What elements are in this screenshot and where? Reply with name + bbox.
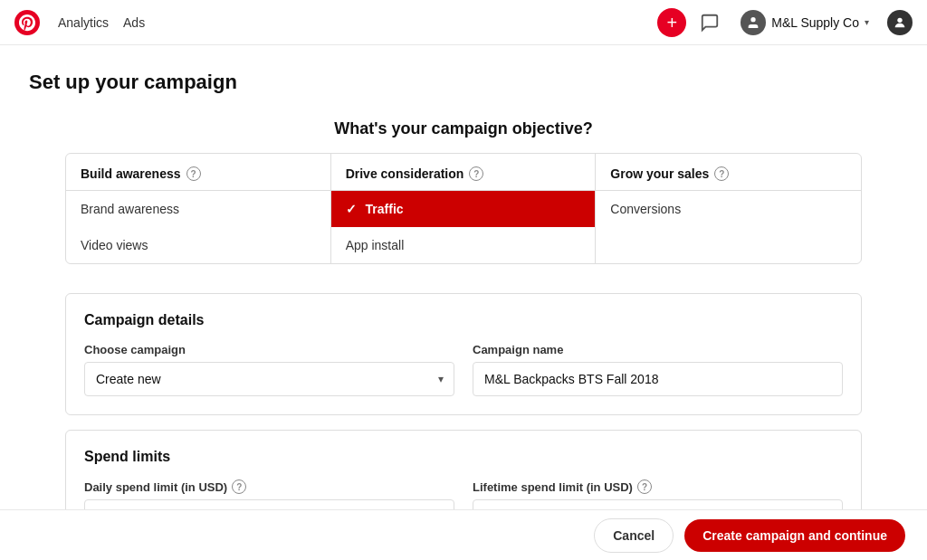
page-content: Set up your campaign What's your campaig… bbox=[0, 45, 927, 560]
choose-campaign-label: Choose campaign bbox=[84, 343, 454, 356]
analytics-nav-link[interactable]: Analytics bbox=[58, 12, 109, 33]
svg-point-1 bbox=[751, 17, 756, 22]
col-header-drive-consideration: Drive consideration ? bbox=[331, 154, 596, 191]
drive-consideration-help-icon[interactable]: ? bbox=[469, 166, 483, 181]
main-section: What's your campaign objective? Build aw… bbox=[65, 119, 862, 553]
spend-limits-title: Spend limits bbox=[84, 449, 843, 465]
daily-spend-label: Daily spend limit (in USD) ? bbox=[84, 479, 454, 494]
top-navigation: Analytics Ads + M&L Supply Co ▾ bbox=[0, 0, 927, 45]
col-header-grow-sales: Grow your sales ? bbox=[596, 154, 861, 191]
col-drive-consideration: Drive consideration ? ✓ Traffic App inst… bbox=[331, 154, 597, 263]
bottom-bar: Cancel Create campaign and continue bbox=[0, 509, 927, 560]
grow-sales-help-icon[interactable]: ? bbox=[714, 166, 729, 181]
objective-brand-awareness[interactable]: Brand awareness bbox=[66, 191, 330, 227]
account-chevron: ▾ bbox=[865, 17, 869, 27]
cancel-button[interactable]: Cancel bbox=[594, 518, 674, 553]
account-menu[interactable]: M&L Supply Co ▾ bbox=[733, 6, 876, 39]
svg-point-2 bbox=[897, 17, 902, 22]
objective-video-views[interactable]: Video views bbox=[66, 227, 330, 263]
objective-section: What's your campaign objective? Build aw… bbox=[65, 119, 862, 264]
lifetime-spend-help-icon[interactable]: ? bbox=[637, 479, 652, 494]
traffic-checkmark: ✓ bbox=[346, 202, 360, 216]
objective-traffic[interactable]: ✓ Traffic bbox=[331, 191, 596, 227]
daily-spend-help-icon[interactable]: ? bbox=[232, 479, 246, 494]
nav-links: Analytics Ads bbox=[58, 12, 639, 33]
user-avatar[interactable] bbox=[887, 10, 913, 35]
create-plus-button[interactable]: + bbox=[657, 8, 686, 37]
campaign-name-label: Campaign name bbox=[473, 343, 843, 356]
campaign-details-section: Campaign details Choose campaign Create … bbox=[65, 293, 862, 415]
choose-campaign-select[interactable]: Create new Existing campaign bbox=[84, 362, 454, 396]
col-header-build-awareness: Build awareness ? bbox=[66, 154, 330, 191]
objective-heading: What's your campaign objective? bbox=[65, 119, 862, 138]
svg-point-0 bbox=[14, 10, 40, 35]
pinterest-logo[interactable] bbox=[14, 10, 40, 35]
campaign-details-form-row: Choose campaign Create new Existing camp… bbox=[84, 343, 843, 396]
choose-campaign-group: Choose campaign Create new Existing camp… bbox=[84, 343, 454, 396]
col-grow-sales: Grow your sales ? Conversions bbox=[596, 154, 861, 263]
lifetime-spend-label: Lifetime spend limit (in USD) ? bbox=[473, 479, 843, 494]
objective-conversions[interactable]: Conversions bbox=[596, 191, 861, 227]
chat-icon[interactable] bbox=[697, 10, 722, 35]
campaign-details-title: Campaign details bbox=[84, 312, 843, 328]
account-name: M&L Supply Co bbox=[771, 15, 859, 30]
ads-nav-link[interactable]: Ads bbox=[123, 12, 145, 33]
choose-campaign-select-wrapper: Create new Existing campaign bbox=[84, 362, 454, 396]
col-build-awareness: Build awareness ? Brand awareness Video … bbox=[66, 154, 331, 263]
build-awareness-help-icon[interactable]: ? bbox=[186, 166, 201, 181]
create-campaign-button[interactable]: Create campaign and continue bbox=[684, 519, 905, 552]
topnav-right-section: + M&L Supply Co ▾ bbox=[657, 6, 913, 39]
account-avatar bbox=[741, 10, 766, 35]
page-title: Set up your campaign bbox=[29, 71, 898, 94]
objective-app-install[interactable]: App install bbox=[331, 227, 596, 263]
campaign-name-group: Campaign name bbox=[473, 343, 843, 396]
campaign-name-input[interactable] bbox=[473, 362, 843, 396]
objective-grid: Build awareness ? Brand awareness Video … bbox=[65, 153, 862, 264]
